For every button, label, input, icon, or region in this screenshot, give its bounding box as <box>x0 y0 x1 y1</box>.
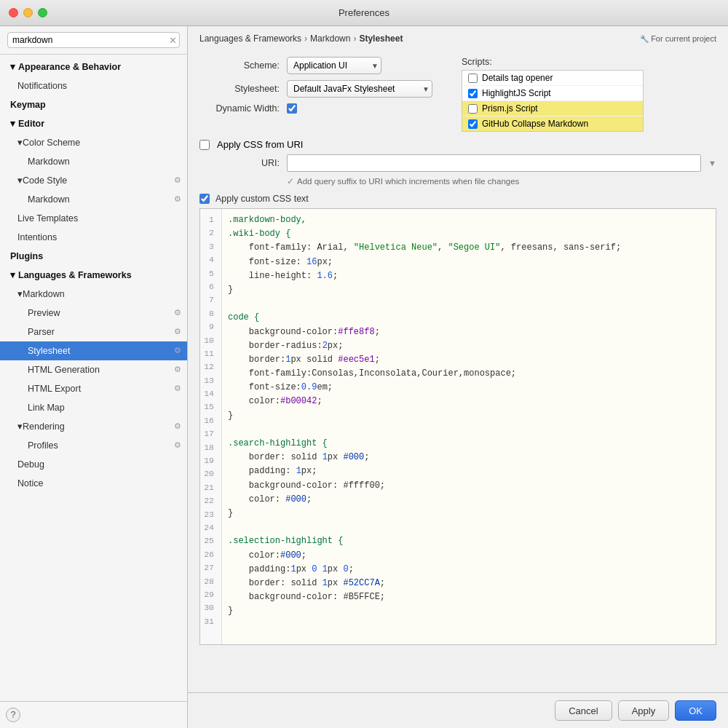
maximize-button[interactable] <box>38 8 47 17</box>
script-checkbox-prism[interactable] <box>468 104 478 114</box>
uri-dropdown[interactable]: ▼ <box>708 159 716 167</box>
css-editor[interactable]: 12 34 56 78 910 1112 1314 1516 1718 1920… <box>199 208 716 645</box>
uri-row: URI: ▼ <box>199 154 716 172</box>
gear-icon-profiles: ⚙ <box>174 439 181 452</box>
scripts-label: Scripts: <box>462 57 644 67</box>
gear-icon-stylesheet: ⚙ <box>174 344 181 357</box>
script-checkbox-github[interactable] <box>468 119 478 129</box>
breadcrumb-part-1: Languages & Frameworks <box>199 33 301 44</box>
sidebar-item-html-generation[interactable]: HTML Generation ⚙ <box>0 360 187 379</box>
sidebar-item-live-templates[interactable]: Live Templates <box>0 209 187 228</box>
sidebar-item-profiles[interactable]: Profiles ⚙ <box>0 436 187 455</box>
sidebar-item-markdown[interactable]: ▾Markdown <box>0 285 187 304</box>
scheme-select[interactable]: Application UI <box>287 57 381 74</box>
gear-icon-rendering: ⚙ <box>174 420 181 433</box>
sidebar-item-notifications[interactable]: Notifications <box>0 76 187 95</box>
sidebar-item-stylesheet[interactable]: Stylesheet ⚙ <box>0 341 187 360</box>
apply-custom-css-label: Apply custom CSS text <box>215 194 309 204</box>
gear-icon-parser: ⚙ <box>174 325 181 339</box>
css-section: Apply custom CSS text 12 34 56 78 910 11… <box>199 194 716 645</box>
search-box: ✕ <box>0 26 187 55</box>
sidebar-item-link-map[interactable]: Link Map <box>0 398 187 417</box>
apply-css-uri-row: Apply CSS from URI <box>199 139 716 150</box>
search-clear-icon[interactable]: ✕ <box>169 36 177 45</box>
script-row-github[interactable]: GitHub Collapse Markdown <box>462 116 643 131</box>
dynamic-width-checkbox[interactable] <box>287 103 297 114</box>
close-button[interactable] <box>9 8 18 17</box>
sidebar-tree: ▾Appearance & Behavior Notifications Key… <box>0 55 187 701</box>
scheme-row: Scheme: Application UI ▼ <box>199 57 447 74</box>
cancel-button[interactable]: Cancel <box>555 700 612 721</box>
content-panel: Languages & Frameworks › Markdown › Styl… <box>188 26 728 728</box>
uri-input[interactable] <box>287 154 701 172</box>
title-bar: Preferences <box>0 0 728 26</box>
sidebar-item-intentions[interactable]: Intentions <box>0 228 187 247</box>
uri-hint: ✓ Add query suffix to URI which incremen… <box>199 176 716 186</box>
line-numbers: 12 34 56 78 910 1112 1314 1516 1718 1920… <box>200 209 222 645</box>
gear-icon-html-gen: ⚙ <box>174 363 181 376</box>
sidebar-item-color-scheme[interactable]: ▾Color Scheme <box>0 133 187 152</box>
window-title: Preferences <box>339 7 389 18</box>
uri-section: Apply CSS from URI URI: ▼ ✓ Add query su… <box>199 139 716 186</box>
script-label-details: Details tag opener <box>482 73 553 83</box>
scheme-select-wrap: Application UI ▼ <box>287 57 381 74</box>
stylesheet-select-wrap: Default JavaFx Stylesheet ▼ <box>287 80 432 98</box>
sidebar: ✕ ▾Appearance & Behavior Notifications K… <box>0 26 188 728</box>
dynamic-width-row: Dynamic Width: <box>199 103 447 114</box>
help-button[interactable]: ? <box>6 708 20 722</box>
breadcrumb-sep-1: › <box>304 33 307 44</box>
apply-css-uri-checkbox[interactable] <box>199 140 210 150</box>
sidebar-item-parser[interactable]: Parser ⚙ <box>0 323 187 341</box>
sidebar-item-keymap[interactable]: Keymap <box>0 95 187 114</box>
code-lines: 12 34 56 78 910 1112 1314 1516 1718 1920… <box>200 209 716 645</box>
sidebar-item-color-markdown[interactable]: Markdown <box>0 152 187 171</box>
ok-button[interactable]: OK <box>675 700 716 721</box>
code-content: .markdown-body, .wiki-body { font-family… <box>222 209 627 645</box>
apply-custom-css-checkbox[interactable] <box>199 194 210 204</box>
bottom-bar: Cancel Apply OK <box>188 692 728 728</box>
script-row-prism[interactable]: Prism.js Script <box>462 101 643 116</box>
script-checkbox-details[interactable] <box>468 74 478 83</box>
apply-css-uri-label: Apply CSS from URI <box>217 139 303 150</box>
main-layout: ✕ ▾Appearance & Behavior Notifications K… <box>0 26 728 728</box>
uri-label: URI: <box>199 158 280 168</box>
sidebar-item-code-style-markdown[interactable]: Markdown ⚙ <box>0 190 187 209</box>
minimize-button[interactable] <box>23 8 33 17</box>
sidebar-item-rendering[interactable]: ▾Rendering ⚙ <box>0 417 187 436</box>
gear-icon-preview: ⚙ <box>174 306 181 320</box>
script-label-highlightjs: HighlightJS Script <box>482 88 551 98</box>
uri-hint-text: Add query suffix to URI which increments… <box>297 177 519 186</box>
breadcrumb-part-2: Markdown <box>310 33 350 44</box>
stylesheet-label: Stylesheet: <box>199 84 280 94</box>
gear-icon-html-export: ⚙ <box>174 382 181 395</box>
sidebar-item-lang-frameworks[interactable]: ▾Languages & Frameworks <box>0 266 187 285</box>
breadcrumb-current: Stylesheet <box>359 33 403 44</box>
breadcrumb: Languages & Frameworks › Markdown › Styl… <box>188 26 728 50</box>
sidebar-item-editor[interactable]: ▾Editor <box>0 114 187 133</box>
sidebar-item-preview[interactable]: Preview ⚙ <box>0 304 187 323</box>
content-body: Scheme: Application UI ▼ Stylesheet: <box>188 50 728 692</box>
sidebar-item-plugins[interactable]: Plugins <box>0 247 187 266</box>
stylesheet-row: Stylesheet: Default JavaFx Stylesheet ▼ <box>199 80 447 98</box>
sidebar-bottom: ? <box>0 701 187 728</box>
sidebar-item-debug[interactable]: Debug <box>0 455 187 474</box>
search-wrapper: ✕ <box>7 32 180 48</box>
sidebar-item-code-style[interactable]: ▾Code Style ⚙ <box>0 171 187 190</box>
script-checkbox-highlightjs[interactable] <box>468 89 478 98</box>
stylesheet-select[interactable]: Default JavaFx Stylesheet <box>287 80 432 98</box>
traffic-lights <box>9 8 47 17</box>
scheme-label: Scheme: <box>199 60 280 71</box>
sidebar-item-html-export[interactable]: HTML Export ⚙ <box>0 379 187 398</box>
gear-icon-code-style: ⚙ <box>174 174 181 187</box>
for-current-project[interactable]: 🔧 For current project <box>640 34 716 43</box>
apply-button[interactable]: Apply <box>618 700 670 721</box>
dynamic-width-label: Dynamic Width: <box>199 103 280 114</box>
apply-custom-css-row: Apply custom CSS text <box>199 194 716 204</box>
scripts-panel: Scripts: Details tag opener HighlightJS … <box>462 57 644 132</box>
script-label-prism: Prism.js Script <box>482 103 538 114</box>
gear-icon-markdown: ⚙ <box>174 193 181 206</box>
breadcrumb-sep-2: › <box>353 33 356 44</box>
search-input[interactable] <box>7 32 180 48</box>
sidebar-item-appearance[interactable]: ▾Appearance & Behavior <box>0 58 187 76</box>
sidebar-item-notice[interactable]: Notice <box>0 474 187 493</box>
